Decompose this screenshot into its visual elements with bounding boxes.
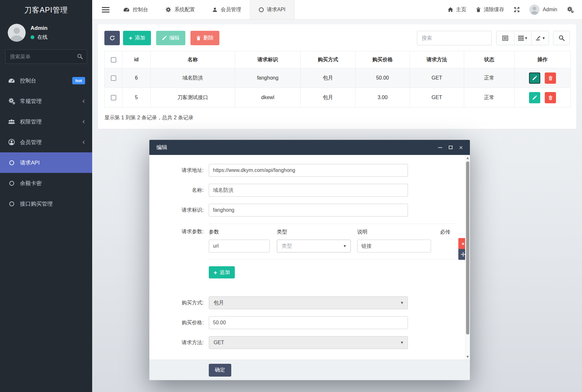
table-toolbar: + 添加 编辑 删除 [104, 31, 570, 45]
add-button[interactable]: + 添加 [123, 31, 151, 45]
sidebar-search-input[interactable] [5, 49, 87, 64]
export-button[interactable]: ▼ [531, 31, 549, 45]
pencil-icon [532, 95, 537, 100]
row-delete-button[interactable] [545, 72, 556, 84]
price-label: 购买价格: [149, 320, 209, 326]
scroll-up-icon[interactable]: ▲ [465, 156, 470, 159]
edit-dialog: 编辑 × 请求地址: 名称: 请求标识: 请求参数: [149, 140, 470, 380]
dialog-scrollbar[interactable]: ▲ ▼ [465, 155, 470, 360]
sidebar-item-label: 会员管理 [20, 139, 42, 146]
user-menu[interactable]: Admin [529, 4, 557, 15]
toolbar-right: ▼ ▼ [417, 31, 570, 45]
refresh-button[interactable] [104, 31, 120, 45]
sidebar-item-permissions[interactable]: 权限管理 ‹ [0, 111, 92, 132]
request-url-label: 请求地址: [149, 167, 209, 174]
fullscreen-icon[interactable] [514, 7, 520, 13]
cell-status: 正常 [464, 88, 515, 107]
detail-view-button[interactable] [497, 31, 514, 45]
params-area: 参数 类型 说明 必传 类型 ▼ [209, 224, 455, 260]
api-table: id 名称 请求标识 购买方式 购买价格 请求方法 状态 操作 [104, 51, 571, 107]
sidebar-item-label: 余额卡密 [20, 180, 42, 187]
cell-price: 50.00 [356, 68, 410, 88]
price-input[interactable] [209, 316, 408, 329]
sidebar-user-panel: Admin 在线 [0, 20, 92, 47]
user-status: 在线 [37, 34, 48, 41]
search-icon [77, 53, 83, 59]
sidebar-item-dashboard[interactable]: 控制台 hot [0, 70, 92, 91]
delete-button[interactable]: 删除 [190, 31, 219, 45]
clear-cache-link[interactable]: 清除缓存 [476, 6, 504, 13]
x-icon: × [462, 241, 465, 246]
scroll-down-icon[interactable]: ▼ [465, 355, 470, 358]
buy-type-label: 购买方式: [149, 300, 209, 306]
row-edit-button[interactable] [529, 92, 540, 103]
caret-down-icon: ▼ [401, 341, 403, 344]
edit-button[interactable]: 编辑 [156, 31, 185, 45]
dialog-header: 编辑 × [149, 140, 470, 155]
request-url-input[interactable] [209, 164, 408, 177]
row-checkbox[interactable] [111, 75, 116, 81]
pencil-icon [162, 36, 167, 40]
row-checkbox[interactable] [111, 95, 116, 100]
param-type-select[interactable]: 类型 ▼ [277, 240, 351, 252]
param-name-input[interactable] [209, 240, 270, 252]
sidebar-item-api-purchase[interactable]: 接口购买管理 [0, 193, 92, 214]
param-desc-input[interactable] [357, 240, 431, 252]
tab-members[interactable]: 会员管理 [204, 0, 250, 19]
settings-gears-icon[interactable] [567, 6, 574, 13]
dashboard-icon [7, 78, 16, 83]
grid-icon [518, 36, 524, 41]
sidebar-item-members[interactable]: 会员管理 ‹ [0, 132, 92, 152]
scrollbar-thumb[interactable] [466, 161, 469, 335]
dialog-body: 请求地址: 名称: 请求标识: 请求参数: 参数 类型 说明 必传 [149, 155, 470, 360]
search-button[interactable] [553, 31, 570, 45]
trash-icon [476, 7, 481, 12]
select-all-checkbox[interactable] [111, 57, 116, 63]
sidebar-item-request-api[interactable]: 请求API [0, 152, 92, 173]
name-input[interactable] [209, 184, 408, 197]
sidebar-item-balance-cards[interactable]: 余额卡密 [0, 173, 92, 193]
circle-icon [7, 160, 16, 165]
table-search-input[interactable] [417, 31, 492, 45]
col-method: 请求方法 [410, 51, 464, 68]
tab-request-api[interactable]: 请求API [250, 0, 295, 19]
param-col-param: 参数 [209, 229, 277, 235]
cell-status: 正常 [464, 68, 515, 88]
row-delete-button[interactable] [545, 92, 556, 103]
cell-buy-type: 包月 [301, 68, 356, 88]
minimize-icon[interactable] [438, 147, 442, 148]
menu-toggle-icon[interactable] [102, 7, 110, 13]
cell-id: 5 [122, 88, 151, 107]
col-id: id [122, 51, 151, 68]
tab-label: 控制台 [133, 6, 148, 13]
flag-input[interactable] [209, 204, 408, 217]
buy-type-select[interactable]: 包月 ▼ [209, 296, 408, 309]
tab-dashboard[interactable]: 控制台 [115, 0, 157, 19]
brand-title: 刀客API管理 [0, 0, 92, 20]
cell-method: GET [410, 68, 464, 88]
home-link[interactable]: 主页 [448, 6, 466, 13]
table-header-row: id 名称 请求标识 购买方式 购买价格 请求方法 状态 操作 [105, 51, 571, 68]
append-param-button[interactable]: + 追加 [209, 266, 235, 278]
method-select[interactable]: GET ▼ [209, 336, 408, 349]
sidebar-item-label: 请求API [20, 159, 40, 166]
sidebar-search [5, 49, 87, 64]
maximize-icon[interactable] [449, 146, 453, 149]
close-icon[interactable]: × [459, 144, 463, 151]
cell-buy-type: 包月 [301, 88, 356, 107]
sidebar-item-general[interactable]: 常规管理 ‹ [0, 91, 92, 111]
avatar [8, 24, 26, 42]
sidebar-item-label: 常规管理 [20, 98, 42, 105]
columns-button[interactable]: ▼ [514, 31, 531, 45]
row-edit-button[interactable] [529, 72, 540, 84]
user-circle-icon [7, 139, 16, 145]
tab-system-config[interactable]: 系统配置 [157, 0, 204, 19]
params-label: 请求参数: [149, 224, 209, 235]
avatar [529, 4, 540, 15]
trash-icon [548, 76, 553, 81]
tab-label: 系统配置 [174, 6, 195, 13]
sidebar-item-label: 权限管理 [20, 118, 42, 125]
tab-label: 请求API [267, 6, 286, 13]
search-icon [559, 35, 565, 41]
confirm-button[interactable]: 确定 [209, 364, 231, 377]
